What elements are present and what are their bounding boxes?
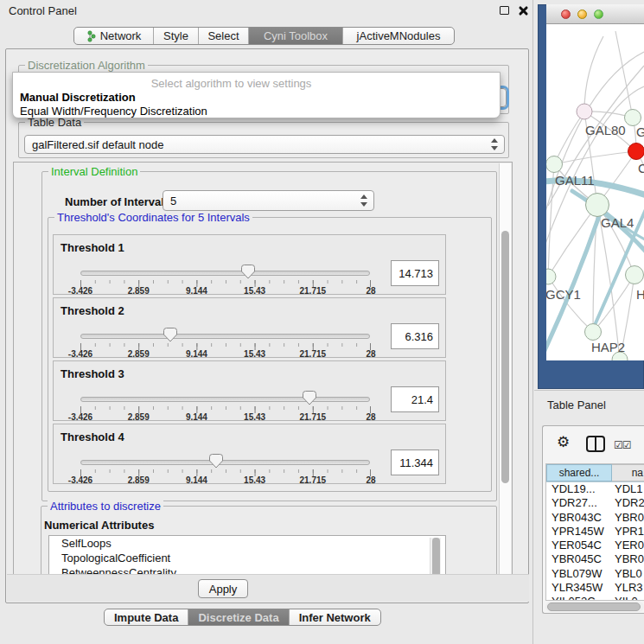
tab-style-label: Style bbox=[163, 29, 188, 42]
threshold-2-value-field[interactable]: 6.316 bbox=[391, 323, 439, 349]
bottom-tabbar: Impute Data Discretize Data Infer Networ… bbox=[104, 609, 381, 626]
column-header-name[interactable]: na bbox=[612, 464, 644, 481]
settings-vertical-scrollbar[interactable] bbox=[499, 163, 511, 577]
numerical-attributes-list[interactable]: SelfLoops TopologicalCoefficient Between… bbox=[48, 535, 446, 577]
tab-network-label: Network bbox=[100, 29, 142, 42]
table-row[interactable]: YBR045C YBR0 bbox=[546, 552, 644, 566]
table-row[interactable]: YBL079W YBL0 bbox=[546, 567, 644, 581]
tick-label: 21.715 bbox=[300, 412, 327, 422]
discretization-algorithm-group-title: Discretization Algorithm bbox=[25, 59, 148, 72]
threshold-2-panel: Threshold 2 -3.426 2.859 bbox=[53, 297, 446, 358]
threshold-4-slider-track[interactable] bbox=[80, 460, 370, 465]
float-window-icon[interactable] bbox=[500, 6, 509, 15]
threshold-1-value-field[interactable]: 14.713 bbox=[391, 260, 439, 286]
node-cut-right-top[interactable] bbox=[625, 110, 641, 126]
tick-label: -3.426 bbox=[68, 349, 92, 359]
split-columns-icon[interactable] bbox=[586, 436, 605, 452]
list-item[interactable]: TopologicalCoefficient bbox=[49, 551, 445, 565]
tab-select[interactable]: Select bbox=[199, 28, 249, 44]
tick-label: 15.43 bbox=[244, 286, 265, 296]
tab-infer-network-label: Infer Network bbox=[299, 611, 371, 624]
numerical-attributes-label: Numerical Attributes bbox=[44, 519, 154, 532]
threshold-4-value-field[interactable]: 11.344 bbox=[391, 450, 439, 475]
table-data-selected: galFiltered.sif default node bbox=[32, 138, 163, 151]
threshold-1-panel: Threshold 1 -3.426 2.859 bbox=[53, 234, 446, 295]
attributes-group-title: Attributes to discretize bbox=[48, 500, 163, 513]
list-scrollbar[interactable] bbox=[430, 538, 441, 577]
node-gcy1[interactable] bbox=[546, 269, 556, 284]
threshold-3-label: Threshold 3 bbox=[61, 367, 124, 380]
option-equal-width-frequency[interactable]: Equal Width/Frequency Discretization bbox=[20, 105, 207, 118]
node-label-cut-g: G bbox=[636, 124, 644, 139]
node-red-selected[interactable] bbox=[628, 143, 644, 160]
table-row[interactable]: YLR345W YLR3 bbox=[546, 581, 644, 595]
tab-network[interactable]: Network bbox=[74, 28, 154, 44]
thresholds-group-title: Threshold's Coordinates for 5 Intervals bbox=[54, 211, 252, 224]
cell: YDL19... bbox=[546, 482, 612, 496]
threshold-1-slider-track[interactable] bbox=[80, 271, 370, 276]
threshold-3-slider-track[interactable] bbox=[80, 397, 370, 402]
select-columns-icon[interactable]: ☑☑ bbox=[614, 439, 631, 451]
node-cut-right-mid[interactable] bbox=[626, 266, 644, 284]
node-label-gal80: GAL80 bbox=[585, 123, 626, 137]
cell: YPR1 bbox=[612, 525, 644, 539]
tick-label: 9.144 bbox=[186, 286, 207, 296]
close-traffic-light[interactable] bbox=[561, 10, 571, 19]
scrollbar-thumb[interactable] bbox=[501, 231, 509, 483]
table-row[interactable]: YPR145W YPR1 bbox=[546, 525, 644, 539]
network-window-titlebar[interactable] bbox=[546, 4, 644, 24]
tick-label: 9.144 bbox=[186, 475, 207, 485]
tick-label: 21.715 bbox=[300, 475, 327, 485]
minimize-traffic-light[interactable] bbox=[577, 10, 587, 19]
threshold-4-slider-thumb[interactable] bbox=[209, 454, 223, 469]
list-item[interactable]: SelfLoops bbox=[49, 536, 445, 551]
table-row[interactable]: YBR043C YBR0 bbox=[546, 511, 644, 525]
table-row[interactable]: YIL052C YIL0 bbox=[546, 595, 644, 601]
threshold-2-label: Threshold 2 bbox=[61, 304, 124, 317]
tab-jactivemnodules[interactable]: jActiveMNodules bbox=[343, 28, 454, 44]
scrollbar-thumb[interactable] bbox=[547, 603, 641, 611]
threshold-3-slider-thumb[interactable] bbox=[303, 391, 316, 405]
tick-label: 28 bbox=[366, 286, 375, 296]
threshold-2-slider-thumb[interactable] bbox=[163, 328, 177, 342]
tick-label: 9.144 bbox=[186, 349, 207, 359]
tick-label: 2.859 bbox=[128, 286, 150, 296]
option-manual-discretization[interactable]: Manual Discretization bbox=[20, 91, 136, 104]
column-header-shared-name[interactable]: shared... bbox=[546, 464, 612, 481]
tab-infer-network[interactable]: Infer Network bbox=[290, 609, 380, 625]
cell: YBL0 bbox=[612, 567, 644, 581]
tab-cyni-toolbox[interactable]: Cyni Toolbox bbox=[249, 28, 343, 44]
cell: YDR27... bbox=[546, 496, 612, 510]
tick-label: 2.859 bbox=[128, 412, 150, 422]
number-of-intervals-label: Number of Intervals bbox=[65, 195, 170, 208]
gear-icon[interactable]: ⚙ bbox=[557, 435, 570, 450]
table-horizontal-scrollbar[interactable] bbox=[545, 602, 644, 612]
node-gal11[interactable] bbox=[546, 156, 563, 173]
table-row[interactable]: YER054C YER0 bbox=[546, 539, 644, 552]
cell: YBR0 bbox=[612, 511, 644, 525]
tick-label: 15.43 bbox=[244, 475, 265, 485]
node-hap2[interactable] bbox=[585, 324, 602, 341]
table-row[interactable]: YDL19... YDL1 bbox=[546, 482, 644, 496]
threshold-1-slider-thumb[interactable] bbox=[241, 265, 255, 279]
threshold-2-slider-track[interactable] bbox=[80, 334, 370, 339]
combo-stepper-icon bbox=[360, 194, 367, 207]
tab-discretize-data[interactable]: Discretize Data bbox=[188, 609, 289, 625]
cell: YBR043C bbox=[546, 511, 612, 525]
apply-button[interactable]: Apply bbox=[198, 579, 248, 598]
network-canvas[interactable]: GAL80 G C GAL11 GAL4 GCY1 H HAP2 bbox=[546, 24, 644, 360]
close-icon[interactable] bbox=[518, 5, 528, 16]
threshold-3-value-field[interactable]: 21.4 bbox=[391, 386, 439, 412]
attributes-group: Attributes to discretize Numerical Attri… bbox=[41, 506, 497, 577]
table-row[interactable]: YDR27... YDR2 bbox=[546, 496, 644, 510]
tab-impute-data[interactable]: Impute Data bbox=[105, 609, 188, 625]
thresholds-group: Threshold's Coordinates for 5 Intervals … bbox=[48, 217, 492, 492]
node-gal4[interactable] bbox=[586, 194, 609, 217]
number-of-intervals-combobox[interactable]: 5 bbox=[163, 190, 374, 211]
node-label-hap2: HAP2 bbox=[591, 340, 625, 354]
tab-style[interactable]: Style bbox=[154, 28, 199, 44]
node-gal80[interactable] bbox=[577, 104, 592, 119]
table-data-combobox[interactable]: galFiltered.sif default node bbox=[24, 135, 505, 154]
zoom-traffic-light[interactable] bbox=[594, 10, 603, 19]
threshold-4-label: Threshold 4 bbox=[61, 430, 124, 443]
